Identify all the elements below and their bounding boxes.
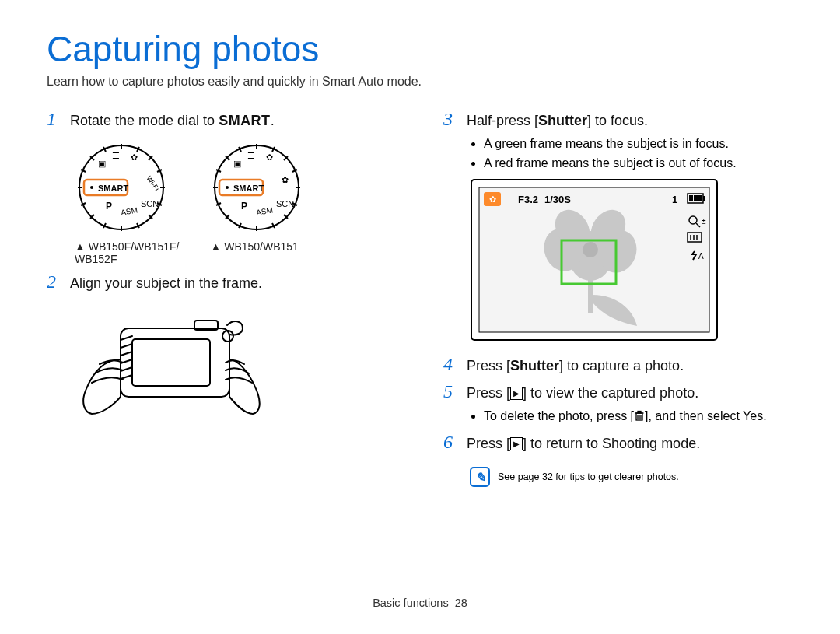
tip: ✎ See page 32 for tips to get clearer ph… [470,467,793,487]
svg-text:±: ± [702,217,706,226]
svg-text:✿: ✿ [489,194,496,204]
svg-line-63 [121,375,132,379]
s5c: ] to view the captured photo. [523,385,698,401]
svg-text:SMART: SMART [98,184,128,193]
page-subtitle: Learn how to capture photos easily and q… [47,75,793,89]
s6c: ] to return to Shooting mode. [523,436,700,451]
step-2: 2 Align your subject in the frame. [47,271,397,292]
page-title: Capturing photos [47,31,793,67]
svg-rect-55 [132,339,210,386]
step-3-bullets: A green frame means the subject is in fo… [470,135,793,173]
step-4-text: Press [Shutter] to capture a photo. [467,358,684,374]
step-number-2: 2 [47,271,62,292]
playback-icon [510,387,523,400]
svg-line-38 [239,223,241,228]
svg-rect-72 [698,195,702,201]
step-3-text: Half-press [Shutter] to focus. [467,113,648,129]
svg-rect-70 [689,195,693,201]
step-4: 4 Press [Shutter] to capture a photo. [443,354,793,375]
step-1-text: Rotate the mode dial to SMART. [70,113,275,129]
step-1-before: Rotate the mode dial to [70,113,219,128]
step-6: 6 Press [] to return to Shooting mode. [443,432,793,453]
lcd-shutter: 1/30S [544,194,571,205]
svg-text:▣: ▣ [98,159,106,168]
svg-text:SCN: SCN [276,199,294,208]
svg-line-37 [272,147,275,152]
step-2-text: Align your subject in the frame. [70,275,262,292]
svg-text:ASM: ASM [120,205,138,217]
tip-text: See page 32 for tips to get clearer phot… [498,471,679,482]
s6a: Press [ [467,436,510,451]
svg-text:▣: ▣ [233,159,241,168]
right-column: 3 Half-press [Shutter] to focus. A green… [443,103,793,487]
b5yes: Yes [743,409,763,422]
step-number-4: 4 [443,354,459,375]
svg-line-60 [121,352,132,356]
svg-text:Wi-Fi: Wi-Fi [145,174,160,192]
svg-line-36 [239,147,241,152]
page-footer: Basic functions 28 [0,597,840,609]
b5c: . [763,409,766,422]
footer-label: Basic functions [373,597,449,609]
bullet-green: A green frame means the subject is in fo… [484,135,793,154]
b5b: ], and then select [645,409,743,422]
svg-text:P: P [106,201,112,212]
s3b: Shutter [538,113,587,128]
svg-line-10 [137,147,139,152]
svg-text:✿: ✿ [282,175,289,184]
svg-text:SMART: SMART [233,184,264,193]
step-3: 3 Half-press [Shutter] to focus. [443,109,793,130]
b5a: To delete the photo, press [ [484,409,634,422]
mode-dial-icon: SMART ASM P SCN Wi-Fi ✿ ☰ ▣ [75,141,168,234]
svg-text:P: P [241,201,247,212]
smart-label: SMART [219,113,271,128]
s3c: ] to focus. [587,113,648,128]
svg-text:☰: ☰ [247,151,255,160]
svg-rect-87 [588,270,593,313]
s4c: ] to capture a photo. [559,358,684,373]
svg-line-59 [121,344,132,348]
footer-page: 28 [455,597,467,609]
s4b: Shutter [510,358,559,373]
delete-bullet: To delete the photo, press [], and then … [484,407,793,426]
svg-line-58 [121,336,132,340]
svg-line-9 [103,147,106,152]
lcd-preview: ✿ F3.2 1/30S 1 ± [470,178,793,345]
step-5-text: Press [] to view the captured photo. [467,385,698,401]
bullet-red: A red frame means the subject is out of … [484,154,793,173]
left-column: 1 Rotate the mode dial to SMART. [47,103,397,487]
svg-line-42 [292,170,297,172]
camera-illustration [78,305,397,433]
step-1: 1 Rotate the mode dial to SMART. [47,109,397,130]
svg-line-13 [81,170,86,172]
s3a: Half-press [ [467,113,538,128]
lcd-fnum: F3.2 [518,194,538,205]
svg-point-18 [90,186,93,189]
step-5-bullets: To delete the photo, press [], and then … [470,407,793,426]
s5a: Press [ [467,385,510,401]
svg-text:✿: ✿ [131,152,138,162]
dial-left: SMART ASM P SCN Wi-Fi ✿ ☰ ▣ ▲ WB150F/WB1… [75,141,179,265]
step-6-text: Press [] to return to Shooting mode. [467,436,700,452]
lcd-count: 1 [672,194,677,205]
dial-right: SMART ASM P SCN ✿ ☰ ▣ ✿ ▲ WB150/WB151 [210,141,303,265]
svg-rect-91 [638,411,641,413]
svg-line-11 [103,223,106,228]
svg-point-86 [583,242,598,257]
playback-icon [510,437,523,450]
svg-line-14 [81,203,86,205]
mode-dials: SMART ASM P SCN Wi-Fi ✿ ☰ ▣ ▲ WB150F/WB1… [75,141,397,265]
svg-line-41 [216,203,221,205]
step-number-6: 6 [443,432,459,453]
mode-dial-icon: SMART ASM P SCN ✿ ☰ ▣ ✿ [210,141,303,234]
s4a: Press [ [467,358,510,373]
step-number-5: 5 [443,381,459,402]
svg-line-12 [137,223,139,228]
dial-caption-left: ▲ WB150F/WB151F/ WB152F [75,240,179,265]
svg-text:SCN: SCN [141,199,159,208]
dial-caption-right: ▲ WB150/WB151 [210,240,303,253]
svg-text:ASM: ASM [256,205,274,217]
svg-text:✿: ✿ [266,152,273,162]
step-number-1: 1 [47,109,62,130]
tip-icon: ✎ [470,467,490,487]
